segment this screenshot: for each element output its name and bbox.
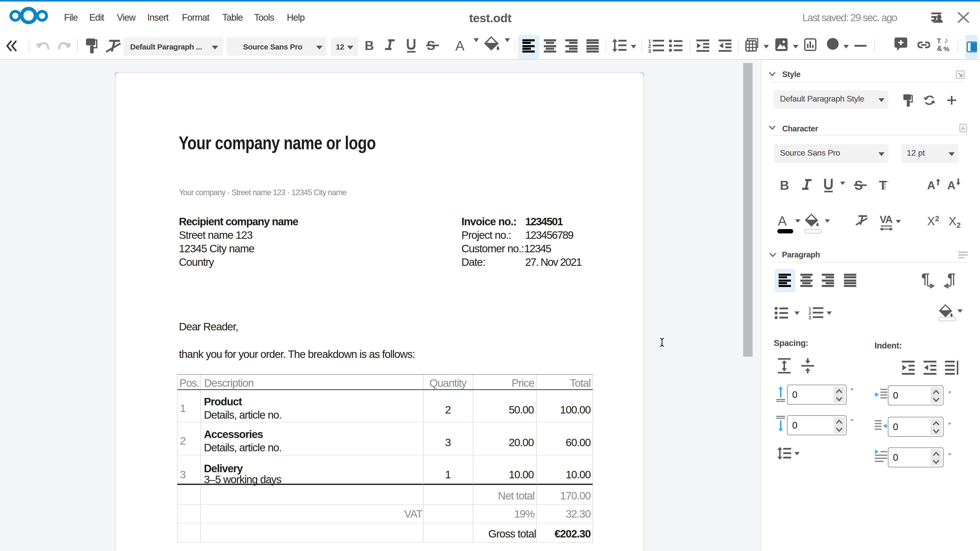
svg-text:3: 3 — [808, 315, 811, 321]
svg-text:A: A — [961, 125, 965, 131]
